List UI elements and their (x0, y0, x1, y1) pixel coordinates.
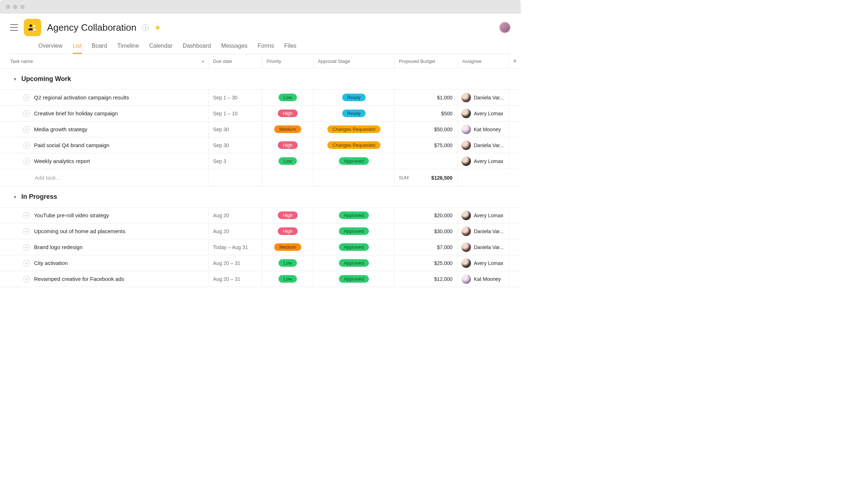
budget-cell[interactable]: $20,000 (395, 207, 458, 223)
star-icon[interactable]: ★ (154, 23, 161, 32)
info-icon[interactable]: i (142, 24, 149, 31)
complete-task-icon[interactable] (23, 110, 30, 117)
task-name-cell[interactable]: Creative brief for holiday campaign (0, 106, 209, 121)
task-name-cell[interactable]: City activation (0, 255, 209, 271)
task-name-cell[interactable]: Media growth strategy (0, 121, 209, 137)
task-row[interactable]: Paid social Q4 brand campaignSep 30HighC… (0, 137, 521, 153)
approval-cell[interactable]: Ready (314, 90, 395, 105)
user-avatar[interactable] (499, 22, 511, 33)
column-priority[interactable]: Priority (262, 54, 314, 68)
due-date-cell[interactable]: Sep 30 (209, 121, 262, 137)
assignee-cell[interactable]: Kat Mooney (458, 121, 509, 137)
column-approval-stage[interactable]: Approval Stage (314, 54, 395, 68)
due-date-cell[interactable]: Aug 20 (209, 207, 262, 223)
task-row[interactable]: Weekly analytics reportSep 3LowApprovedA… (0, 153, 521, 169)
task-row[interactable]: YouTube pre-roll video strategyAug 20Hig… (0, 207, 521, 223)
assignee-cell[interactable]: Avery Lomax (458, 106, 509, 121)
tab-files[interactable]: Files (284, 43, 297, 54)
tab-dashboard[interactable]: Dashboard (183, 43, 211, 54)
approval-cell[interactable]: Approved (314, 271, 395, 287)
task-name-cell[interactable]: Paid social Q4 brand campaign (0, 137, 209, 153)
complete-task-icon[interactable] (23, 94, 30, 101)
column-due-date[interactable]: Due date (209, 54, 262, 68)
priority-cell[interactable]: Low (262, 90, 314, 105)
due-date-cell[interactable]: Sep 1 – 30 (209, 90, 262, 105)
priority-cell[interactable]: Medium (262, 121, 314, 137)
section-header[interactable]: ▼In Progress (0, 187, 521, 207)
priority-cell[interactable]: High (262, 137, 314, 153)
assignee-cell[interactable]: Daniela Var... (458, 223, 509, 239)
assignee-cell[interactable]: Daniela Var... (458, 90, 509, 105)
approval-cell[interactable]: Approved (314, 153, 395, 169)
task-row[interactable]: Creative brief for holiday campaignSep 1… (0, 106, 521, 121)
caret-down-icon[interactable]: ▼ (13, 195, 17, 199)
assignee-cell[interactable]: Avery Lomax (458, 153, 509, 169)
complete-task-icon[interactable] (23, 244, 30, 251)
assignee-cell[interactable]: Daniela Var... (458, 137, 509, 153)
budget-cell[interactable]: $25,000 (395, 255, 458, 271)
approval-cell[interactable]: Approved (314, 239, 395, 255)
tab-list[interactable]: List (73, 43, 82, 54)
task-row[interactable]: Q2 regional activation campaign resultsS… (0, 90, 521, 106)
complete-task-icon[interactable] (23, 142, 30, 149)
complete-task-icon[interactable] (23, 126, 30, 133)
section-header[interactable]: ▼Upcoming Work (0, 69, 521, 90)
priority-cell[interactable]: Low (262, 255, 314, 271)
tab-forms[interactable]: Forms (258, 43, 274, 54)
priority-cell[interactable]: High (262, 223, 314, 239)
approval-cell[interactable]: Changes Requested (314, 137, 395, 153)
complete-task-icon[interactable] (23, 228, 30, 235)
assignee-cell[interactable]: Avery Lomax (458, 207, 509, 223)
assignee-cell[interactable]: Kat Mooney (458, 271, 509, 287)
budget-cell[interactable]: $75,000 (395, 137, 458, 153)
priority-cell[interactable]: Medium (262, 239, 314, 255)
task-name-cell[interactable]: Brand logo redesign (0, 239, 209, 255)
priority-cell[interactable]: Low (262, 153, 314, 169)
complete-task-icon[interactable] (23, 260, 30, 266)
task-name-cell[interactable]: Revamped creative for Facebook ads (0, 271, 209, 287)
budget-cell[interactable]: $50,000 (395, 121, 458, 137)
budget-cell[interactable]: $30,000 (395, 223, 458, 239)
column-task-name[interactable]: Task name ▾ (0, 54, 209, 68)
task-row[interactable]: Media growth strategySep 30MediumChanges… (0, 121, 521, 137)
due-date-cell[interactable]: Sep 3 (209, 153, 262, 169)
column-proposed-budget[interactable]: Proposed Budget (395, 54, 458, 68)
approval-cell[interactable]: Approved (314, 223, 395, 239)
budget-cell[interactable] (395, 153, 458, 169)
approval-cell[interactable]: Ready (314, 106, 395, 121)
due-date-cell[interactable]: Aug 20 – 31 (209, 271, 262, 287)
approval-cell[interactable]: Approved (314, 255, 395, 271)
due-date-cell[interactable]: Today – Aug 31 (209, 239, 262, 255)
tab-messages[interactable]: Messages (221, 43, 247, 54)
complete-task-icon[interactable] (23, 158, 30, 164)
tab-calendar[interactable]: Calendar (149, 43, 173, 54)
budget-cell[interactable]: $500 (395, 106, 458, 121)
task-row[interactable]: Brand logo redesignToday – Aug 31MediumA… (0, 239, 521, 255)
project-icon[interactable] (24, 19, 41, 36)
complete-task-icon[interactable] (23, 276, 30, 282)
task-row[interactable]: Upcoming out of home ad placementsAug 20… (0, 223, 521, 239)
task-name-cell[interactable]: Weekly analytics report (0, 153, 209, 169)
assignee-cell[interactable]: Daniela Var... (458, 239, 509, 255)
tab-timeline[interactable]: Timeline (117, 43, 139, 54)
assignee-cell[interactable]: Avery Lomax (458, 255, 509, 271)
column-assignee[interactable]: Assignee (458, 54, 509, 68)
task-name-cell[interactable]: YouTube pre-roll video strategy (0, 207, 209, 223)
add-task-input[interactable]: Add task... (0, 169, 209, 186)
task-row[interactable]: City activationAug 20 – 31LowApproved$25… (0, 255, 521, 271)
task-name-cell[interactable]: Upcoming out of home ad placements (0, 223, 209, 239)
due-date-cell[interactable]: Aug 20 (209, 223, 262, 239)
budget-cell[interactable]: $1,000 (395, 90, 458, 105)
caret-down-icon[interactable]: ▼ (13, 77, 17, 81)
due-date-cell[interactable]: Aug 20 – 31 (209, 255, 262, 271)
tab-overview[interactable]: Overview (38, 43, 63, 54)
priority-cell[interactable]: High (262, 207, 314, 223)
priority-cell[interactable]: High (262, 106, 314, 121)
approval-cell[interactable]: Changes Requested (314, 121, 395, 137)
tab-board[interactable]: Board (92, 43, 107, 54)
task-name-cell[interactable]: Q2 regional activation campaign results (0, 90, 209, 105)
priority-cell[interactable]: Low (262, 271, 314, 287)
due-date-cell[interactable]: Sep 1 – 10 (209, 106, 262, 121)
project-title[interactable]: Agency Collaboration (47, 22, 136, 33)
add-column-button[interactable]: + (509, 54, 521, 68)
